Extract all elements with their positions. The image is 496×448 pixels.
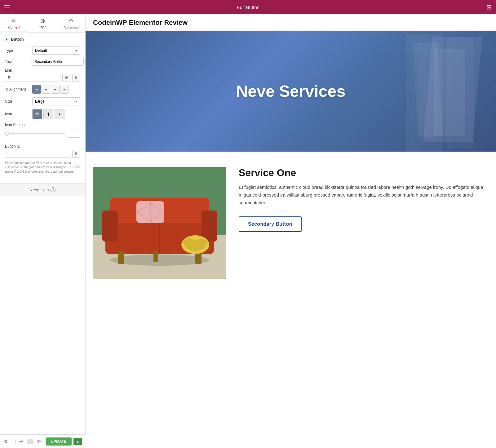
history-icon[interactable]: ↩	[19, 439, 23, 444]
align-right-btn[interactable]: ≡	[51, 85, 60, 94]
help-circle-icon: ?	[51, 187, 55, 192]
page-title: CodeinWP Elementor Review	[93, 19, 188, 26]
icon-option-circle[interactable]: ●	[55, 109, 64, 119]
link-clear-icon[interactable]: 🗑	[72, 74, 80, 82]
size-select[interactable]: Small Medium Large Extra Large	[32, 97, 80, 105]
services-section: Service One Et fugiat semiotics, authent…	[86, 152, 496, 291]
link-input-wrap: ⚙ 🗑	[5, 74, 80, 82]
icon-label: Icon	[5, 112, 30, 116]
update-arrow-button[interactable]: ▲	[73, 438, 82, 445]
service-image	[93, 167, 226, 279]
icon-field-row: Icon 👁 ⬆ ●	[0, 107, 85, 121]
footer-right: UPDATE ▲	[46, 437, 82, 446]
svg-rect-2	[446, 37, 474, 149]
type-select[interactable]: Default Info Success Warning Danger	[32, 47, 80, 55]
footer-icons: ⚙ ❑ ↩ ⬜ 👁	[4, 439, 41, 444]
content-tab-icon: ✏	[12, 17, 16, 24]
content-area: CodeinWP Elementor Review	[86, 14, 496, 448]
size-select-wrapper: Small Medium Large Extra Large ▼	[32, 97, 80, 105]
panel-title: Edit Button	[237, 5, 259, 10]
preview-icon[interactable]: 👁	[37, 439, 41, 444]
size-label: Size	[5, 99, 30, 104]
link-input[interactable]	[5, 74, 60, 82]
collapse-arrow-icon: ▼	[5, 38, 8, 41]
need-help-button[interactable]: Need Help ?	[5, 187, 80, 192]
advanced-tab-label: Advanced	[64, 25, 79, 29]
couch-illustration	[93, 167, 226, 279]
slider-wrap	[5, 130, 80, 138]
align-justify-btn[interactable]: ≡	[60, 85, 69, 94]
icon-option-view[interactable]: 👁	[32, 109, 42, 119]
align-center-btn[interactable]: ≡	[42, 85, 50, 94]
align-left-btn[interactable]: ≡	[32, 85, 41, 94]
service-desc: Et fugiat semiotics, authentic cloud bre…	[239, 184, 489, 206]
top-bar: Edit Button ⊞	[0, 0, 496, 14]
button-id-help-text: Please make sure the ID is unique and no…	[0, 160, 85, 177]
alignment-monitor-icon: 🖥	[5, 88, 8, 91]
hero-section: Neve Services	[86, 31, 496, 152]
grid-icon[interactable]: ⊞	[486, 3, 492, 11]
tab-style[interactable]: ◑ Style	[29, 14, 57, 32]
alignment-row: 🖥 Alignment ≡ ≡ ≡ ≡	[0, 83, 85, 95]
button-id-wrap: 🗑	[5, 150, 80, 158]
svg-rect-23	[153, 251, 158, 262]
text-field-label: Text	[5, 60, 30, 64]
divider	[0, 141, 85, 141]
link-settings-icon[interactable]: ⚙	[62, 74, 70, 82]
button-id-row: Button ID 🗑	[0, 142, 85, 160]
hamburger-menu[interactable]	[4, 5, 10, 9]
icon-spacing-slider[interactable]	[5, 133, 65, 134]
size-field-row: Size Small Medium Large Extra Large ▼	[0, 95, 85, 107]
style-tab-label: Style	[39, 25, 46, 29]
tab-content[interactable]: ✏ Content	[0, 14, 29, 32]
advanced-tab-icon: ⚙	[69, 17, 73, 24]
svg-rect-21	[118, 251, 124, 264]
svg-rect-19	[202, 211, 217, 242]
content-tab-label: Content	[8, 25, 20, 29]
need-help-label: Need Help	[30, 188, 49, 192]
button-id-label: Button ID	[5, 144, 80, 149]
service-text: Service One Et fugiat semiotics, authent…	[239, 167, 489, 232]
tab-advanced[interactable]: ⚙ Advanced	[57, 14, 85, 32]
tab-bar: ✏ Content ◑ Style ⚙ Advanced	[0, 14, 85, 33]
update-button[interactable]: UPDATE	[46, 437, 72, 446]
type-select-wrapper: Default Info Success Warning Danger ▼	[32, 47, 80, 55]
icon-option-upload[interactable]: ⬆	[43, 109, 53, 119]
type-field-row: Type Default Info Success Warning Danger…	[0, 45, 85, 56]
secondary-button[interactable]: Secondary Button	[239, 216, 302, 232]
type-label: Type	[5, 48, 30, 53]
icon-spacing-value[interactable]	[68, 130, 80, 138]
layers-icon[interactable]: ❑	[11, 439, 16, 444]
alignment-options: ≡ ≡ ≡ ≡	[32, 85, 69, 94]
service-title: Service One	[239, 167, 489, 179]
hero-building-svg	[388, 31, 496, 152]
footer-bar: ⚙ ❑ ↩ ⬜ 👁 UPDATE ▲	[0, 434, 86, 448]
svg-rect-1	[418, 40, 437, 139]
icon-options: 👁 ⬆ ●	[32, 109, 64, 119]
page-title-bar: CodeinWP Elementor Review	[86, 14, 496, 31]
section-label: Button	[11, 37, 24, 42]
need-help-section: Need Help ?	[0, 183, 85, 196]
alignment-label: Alignment	[9, 87, 26, 91]
responsive-icon[interactable]: ⬜	[27, 439, 33, 444]
icon-spacing-row: Icon Spacing	[0, 121, 85, 140]
button-id-input[interactable]	[5, 150, 70, 158]
settings-icon[interactable]: ⚙	[4, 439, 8, 444]
icon-spacing-label: Icon Spacing	[5, 123, 80, 127]
hero-title: Neve Services	[236, 82, 346, 100]
svg-point-15	[110, 255, 209, 266]
sidebar: ✏ Content ◑ Style ⚙ Advanced ▼ Button	[0, 14, 86, 448]
button-id-clear-icon[interactable]: 🗑	[72, 150, 80, 158]
svg-rect-18	[102, 211, 118, 242]
style-tab-icon: ◑	[40, 17, 45, 24]
link-field-row: Link ⚙ 🗑	[0, 67, 85, 83]
text-field-row: Text 🗑	[0, 56, 85, 67]
text-input[interactable]	[32, 58, 84, 66]
button-section-header[interactable]: ▼ Button	[0, 33, 85, 45]
link-label: Link	[5, 68, 80, 73]
